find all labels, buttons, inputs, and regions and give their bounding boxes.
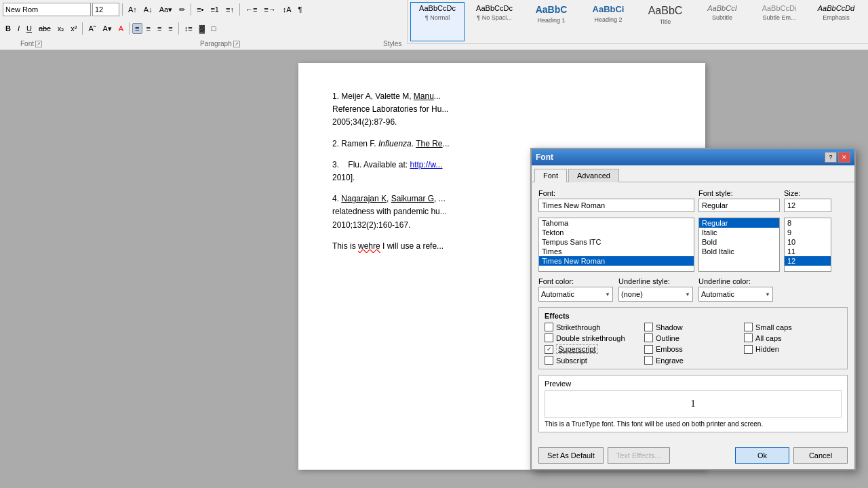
multilevel-btn[interactable]: ≡↑ bbox=[223, 4, 237, 15]
effect-emboss: Emboss bbox=[644, 344, 742, 354]
size-8[interactable]: 8 bbox=[785, 218, 831, 228]
bold-btn[interactable]: B bbox=[3, 23, 14, 34]
subscript-btn[interactable]: x₂ bbox=[55, 23, 67, 35]
engrave-checkbox[interactable] bbox=[644, 356, 653, 365]
style-italic[interactable]: Italic bbox=[699, 228, 779, 237]
style-emphasis[interactable]: AaBbCcDd Emphasis bbox=[809, 2, 863, 41]
style-heading2[interactable]: AaBbCi Heading 2 bbox=[581, 2, 635, 41]
font-expand-btn[interactable]: ↗ bbox=[35, 41, 42, 47]
text-effects-button[interactable]: Text Effects... bbox=[608, 447, 670, 464]
style-emphasis-preview: AaBbCcDd bbox=[811, 4, 861, 13]
dialog-close-btn[interactable]: ✕ bbox=[838, 152, 850, 163]
dialog-tabs: Font Advanced bbox=[532, 165, 854, 182]
underline-btn[interactable]: U bbox=[24, 23, 35, 34]
grow-font-btn[interactable]: A↑ bbox=[125, 4, 140, 15]
line-spacing-btn[interactable]: ↕≡ bbox=[182, 23, 195, 34]
font-style-list[interactable]: Regular Italic Bold Bold Italic bbox=[698, 218, 780, 272]
left-margin bbox=[163, 56, 298, 488]
style-bold-italic[interactable]: Bold Italic bbox=[699, 247, 779, 256]
font-size-list[interactable]: 8 9 10 11 12 bbox=[784, 218, 831, 272]
size-10[interactable]: 10 bbox=[785, 237, 831, 247]
font-style-input[interactable] bbox=[698, 199, 780, 212]
styles-area: AaBbCcDc ¶ Normal AaBbCcDc ¶ No Spaci...… bbox=[407, 0, 868, 44]
numbering-btn[interactable]: ≡1 bbox=[208, 4, 222, 15]
dialog-buttons: Set As Default Text Effects... Ok Cancel bbox=[532, 445, 854, 469]
list-item-tempus[interactable]: Tempus Sans ITC bbox=[539, 237, 694, 247]
list-item-times-new-roman[interactable]: Times New Roman bbox=[539, 256, 694, 266]
size-9[interactable]: 9 bbox=[785, 228, 831, 237]
shading-btn[interactable]: ▓ bbox=[197, 23, 208, 34]
font-size-box[interactable] bbox=[92, 3, 119, 16]
ok-button[interactable]: Ok bbox=[735, 447, 789, 464]
superscript-checkbox[interactable]: ✓ bbox=[545, 345, 553, 354]
strikethrough-btn[interactable]: abc bbox=[36, 23, 54, 34]
show-marks-btn[interactable]: ¶ bbox=[296, 4, 305, 15]
align-left-btn[interactable]: ≡ bbox=[132, 23, 142, 34]
dialog-help-btn[interactable]: ? bbox=[825, 152, 837, 163]
section-paragraph-label: Paragraph ↗ bbox=[180, 40, 376, 47]
list-item-times[interactable]: Times bbox=[539, 247, 694, 256]
style-regular[interactable]: Regular bbox=[699, 218, 779, 228]
style-subtitle[interactable]: AaBbCcI Subtitle bbox=[695, 2, 749, 41]
borders-btn[interactable]: □ bbox=[209, 23, 219, 34]
change-case-btn[interactable]: Aa▾ bbox=[157, 4, 175, 16]
font-color-group: Font color: Automatic ▼ bbox=[538, 277, 613, 302]
shrink-font-btn[interactable]: A↓ bbox=[141, 4, 155, 15]
hidden-checkbox[interactable] bbox=[744, 345, 753, 354]
style-heading1-label: Heading 1 bbox=[537, 17, 565, 24]
increase-indent-btn[interactable]: ≡→ bbox=[261, 4, 278, 15]
font-name-input[interactable] bbox=[538, 199, 694, 212]
bullets-btn[interactable]: ≡• bbox=[194, 4, 206, 15]
all-caps-label: All caps bbox=[755, 334, 782, 342]
effect-hidden: Hidden bbox=[744, 344, 842, 354]
all-caps-checkbox[interactable] bbox=[744, 333, 753, 342]
clear-formatting-btn[interactable]: ✏ bbox=[176, 4, 188, 16]
style-normal[interactable]: AaBbCcDc ¶ Normal bbox=[410, 2, 465, 41]
font-size-input[interactable] bbox=[784, 199, 831, 212]
font-name-box[interactable] bbox=[3, 3, 91, 16]
ref1: 1. Meijer A, Valette M, Manu... Referenc… bbox=[332, 90, 671, 129]
outline-label: Outline bbox=[656, 334, 679, 342]
engrave-label: Engrave bbox=[656, 357, 684, 365]
decrease-indent-btn[interactable]: ←≡ bbox=[243, 4, 260, 15]
small-caps-checkbox[interactable] bbox=[744, 323, 753, 331]
justify-btn[interactable]: ≡ bbox=[165, 23, 175, 34]
emboss-checkbox[interactable] bbox=[644, 345, 653, 354]
style-bold[interactable]: Bold bbox=[699, 237, 779, 247]
outline-checkbox[interactable] bbox=[644, 333, 653, 342]
italic-btn[interactable]: I bbox=[15, 23, 22, 34]
text-highlight-btn[interactable]: A▾ bbox=[100, 23, 114, 35]
sort-btn[interactable]: ↕A bbox=[280, 4, 294, 15]
style-title[interactable]: AaBbC Title bbox=[638, 2, 692, 41]
subscript-checkbox[interactable] bbox=[545, 356, 553, 365]
underline-style-select[interactable]: (none) ▼ bbox=[618, 287, 693, 302]
set-default-button[interactable]: Set As Default bbox=[538, 447, 604, 464]
cancel-button[interactable]: Cancel bbox=[793, 447, 848, 464]
shadow-checkbox[interactable] bbox=[644, 323, 653, 331]
size-12[interactable]: 12 bbox=[785, 256, 831, 266]
list-item-tahoma[interactable]: Tahoma bbox=[539, 218, 694, 228]
align-right-btn[interactable]: ≡ bbox=[155, 23, 164, 34]
preview-note: This is a TrueType font. This font will … bbox=[545, 420, 842, 428]
style-subtle-em[interactable]: AaBbCcDi Subtle Em... bbox=[752, 2, 806, 41]
tab-advanced[interactable]: Advanced bbox=[568, 169, 619, 182]
text-effect-btn[interactable]: A˜ bbox=[85, 23, 98, 34]
size-11[interactable]: 11 bbox=[785, 247, 831, 256]
align-center-btn[interactable]: ≡ bbox=[144, 23, 153, 34]
list-item-tekton[interactable]: Tekton bbox=[539, 228, 694, 237]
double-strikethrough-checkbox[interactable] bbox=[545, 333, 553, 342]
paragraph-expand-btn[interactable]: ↗ bbox=[233, 41, 240, 47]
underline-color-select[interactable]: Automatic ▼ bbox=[698, 287, 773, 302]
font-fields-header: Font: Font style: Size: bbox=[538, 189, 848, 212]
tab-font[interactable]: Font bbox=[534, 169, 567, 182]
font-color-btn[interactable]: A bbox=[116, 23, 126, 34]
font-color-select[interactable]: Automatic ▼ bbox=[538, 287, 613, 302]
style-no-spacing[interactable]: AaBbCcDc ¶ No Spaci... bbox=[467, 2, 521, 41]
underline-style-group: Underline style: (none) ▼ bbox=[618, 277, 693, 302]
font-label-text: Font bbox=[20, 40, 34, 47]
superscript-btn[interactable]: x² bbox=[68, 23, 79, 34]
style-heading1[interactable]: AaBbC Heading 1 bbox=[524, 2, 578, 41]
separator3 bbox=[239, 3, 240, 16]
strikethrough-checkbox[interactable] bbox=[545, 323, 553, 331]
font-name-list[interactable]: Tahoma Tekton Tempus Sans ITC Times Time… bbox=[538, 218, 694, 272]
